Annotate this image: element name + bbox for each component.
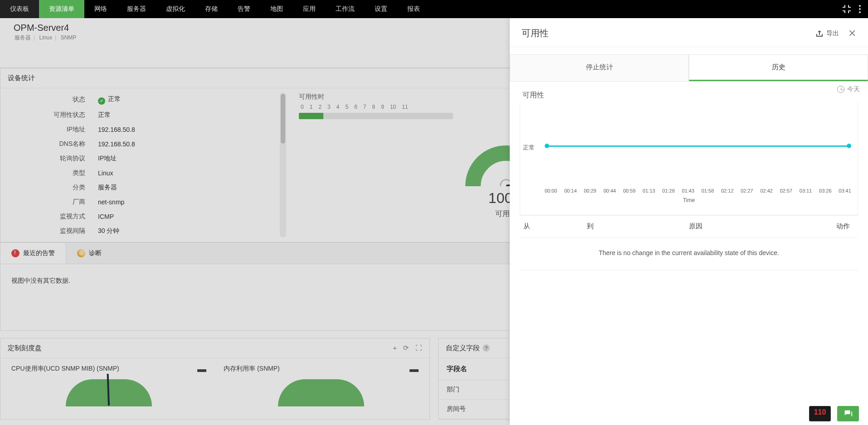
fact-row: 状态正常 [0,92,286,108]
fact-row: 监视方式ICMP [0,209,286,224]
fact-row: 可用性状态正常 [0,108,286,122]
clock-icon [837,86,844,93]
sparkline-icon[interactable] [197,366,206,372]
chart-line [546,145,849,147]
fact-row: 分类服务器 [0,180,286,195]
card-title: 定制刻度盘 [8,344,42,353]
dial-mem: 内存利用率 (SNMP) [222,358,420,406]
nav-网络[interactable]: 网络 [84,0,117,18]
tab-history[interactable]: 历史 [689,54,868,81]
nav-报表[interactable]: 报表 [397,0,430,18]
nav-应用[interactable]: 应用 [293,0,326,18]
add-icon[interactable]: + [393,344,397,352]
alert-icon [11,249,20,257]
nav-存储[interactable]: 存储 [195,0,228,18]
drawer-title: 可用性 [522,27,549,39]
fact-row: DNS名称192.168.50.8 [0,137,286,151]
diagnostics-icon [77,249,85,257]
chart-xlabel: Time [520,197,858,203]
sparkline-icon[interactable] [410,366,419,372]
card-title: 设备统计 [8,74,35,82]
nav-资源清单[interactable]: 资源清单 [39,0,84,18]
nav-仪表板[interactable]: 仪表板 [0,0,39,18]
fact-row: 厂商net-snmp [0,195,286,209]
status-ok-icon [98,97,105,105]
history-table-header: 从 到 原因 动作 [520,215,858,237]
nav-虚拟化[interactable]: 虚拟化 [156,0,195,18]
tab-diagnostics[interactable]: 诊断 [66,243,112,264]
top-nav: 仪表板资源清单网络服务器虚拟化存储告警地图应用工作流设置报表 [0,0,868,18]
nav-服务器[interactable]: 服务器 [117,0,156,18]
drawer-tabs: 停止统计 历史 [510,54,868,82]
today-selector[interactable]: 今天 [837,85,860,93]
close-icon[interactable]: ✕ [848,28,856,39]
history-empty-message: There is no change in the current availa… [520,237,858,270]
availability-chart: 正常 00:0000:1400:2900:4400:5901:1301:2801… [520,102,858,215]
chat-button[interactable] [837,406,859,421]
fact-row: 类型Linux [0,166,286,180]
compress-icon[interactable] [842,4,852,14]
fact-row: IP地址192.168.50.8 [0,122,286,137]
nav-设置[interactable]: 设置 [365,0,397,18]
timeline-bar [299,113,453,119]
nav-告警[interactable]: 告警 [228,0,260,18]
scrollbar[interactable] [280,93,286,237]
custom-dials-card: 定制刻度盘 + ⟳ ⛶ CPU使用率(UCD SNMP MIB) (SNMP) [0,338,430,420]
card-title: 自定义字段 [446,344,480,353]
availability-drawer: 可用性 导出 ✕ 停止统计 历史 今天 可用性 正常 00:0000:1400:… [510,18,868,425]
fact-row: 监视间隔30 分钟 [0,224,286,238]
export-button[interactable]: 导出 [815,29,839,38]
chart-xticks: 00:0000:1400:2900:4400:5901:1301:2801:43… [545,188,851,193]
device-facts: 状态正常可用性状态正常IP地址192.168.50.8DNS名称192.168.… [0,88,286,242]
nav-地图[interactable]: 地图 [260,0,293,18]
tab-stop-stats[interactable]: 停止统计 [510,54,689,81]
tab-recent-alerts[interactable]: 最近的告警 [0,243,66,264]
nav-工作流[interactable]: 工作流 [326,0,365,18]
chart-title: 可用性 [522,91,858,100]
expand-icon[interactable]: ⛶ [415,344,422,352]
help-icon[interactable]: ? [483,344,490,352]
fact-row: 轮询协议IP地址 [0,151,286,166]
refresh-icon[interactable]: ⟳ [403,344,409,352]
dial-cpu: CPU使用率(UCD SNMP MIB) (SNMP) [10,358,208,406]
more-menu-icon[interactable] [855,0,864,18]
chart-ylabel: 正常 [523,144,535,152]
alert-count-badge[interactable]: 110 [809,406,831,421]
